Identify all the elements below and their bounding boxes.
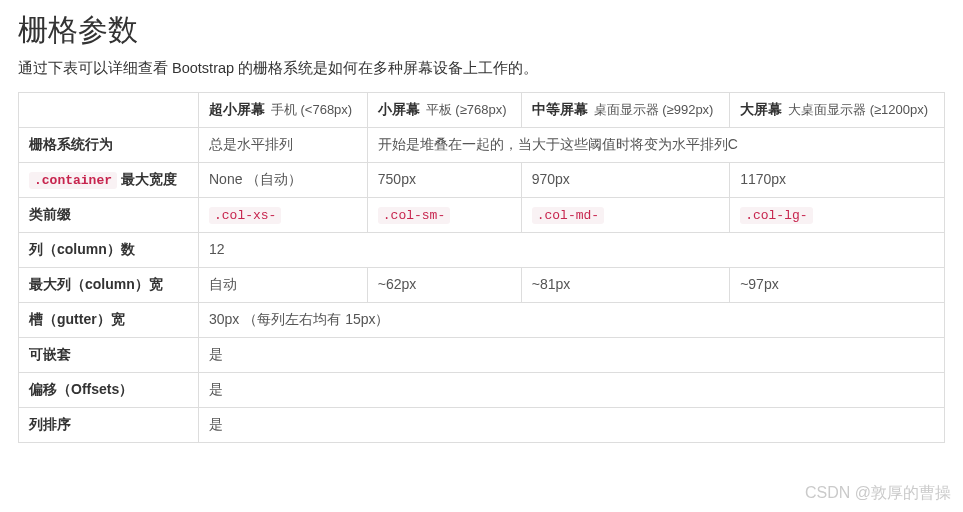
grid-params-table: 超小屏幕 手机 (<768px) 小屏幕 平板 (≥768px) 中等屏幕 桌面… [18,92,945,443]
row-cols: 列（column）数 12 [19,233,945,268]
header-md-sub: 桌面显示器 (≥992px) [594,102,714,117]
row-ordering-label: 列排序 [19,408,199,443]
table-header-row: 超小屏幕 手机 (<768px) 小屏幕 平板 (≥768px) 中等屏幕 桌面… [19,93,945,128]
row-behavior-label: 栅格系统行为 [19,128,199,163]
row-prefix-xs: .col-xs- [199,198,368,233]
prefix-sm-code: .col-sm- [378,207,450,224]
row-maxwidth-xs: None （自动） [199,163,368,198]
row-gutter-label: 槽（gutter）宽 [19,303,199,338]
header-md: 中等屏幕 桌面显示器 (≥992px) [521,93,729,128]
row-gutter-value: 30px （每列左右均有 15px） [199,303,945,338]
row-cols-label: 列（column）数 [19,233,199,268]
header-empty [19,93,199,128]
row-colwidth-xs: 自动 [199,268,368,303]
header-xs: 超小屏幕 手机 (<768px) [199,93,368,128]
row-behavior-xs: 总是水平排列 [199,128,368,163]
row-maxwidth-lg: 1170px [730,163,945,198]
row-ordering: 列排序 是 [19,408,945,443]
row-prefix-sm: .col-sm- [367,198,521,233]
prefix-md-code: .col-md- [532,207,604,224]
row-nestable: 可嵌套 是 [19,338,945,373]
header-xs-title: 超小屏幕 [209,101,265,117]
container-code: .container [29,172,117,189]
prefix-xs-code: .col-xs- [209,207,281,224]
row-behavior-rest: 开始是堆叠在一起的，当大于这些阈值时将变为水平排列C [367,128,944,163]
row-cols-value: 12 [199,233,945,268]
row-prefix-label: 类前缀 [19,198,199,233]
row-colwidth: 最大列（column）宽 自动 ~62px ~81px ~97px [19,268,945,303]
row-maxwidth-sm: 750px [367,163,521,198]
row-maxwidth: .container 最大宽度 None （自动） 750px 970px 11… [19,163,945,198]
row-prefix: 类前缀 .col-xs- .col-sm- .col-md- .col-lg- [19,198,945,233]
page-lead: 通过下表可以详细查看 Bootstrap 的栅格系统是如何在多种屏幕设备上工作的… [18,59,945,78]
header-sm-sub: 平板 (≥768px) [426,102,507,117]
row-nestable-value: 是 [199,338,945,373]
row-maxwidth-label: .container 最大宽度 [19,163,199,198]
row-behavior: 栅格系统行为 总是水平排列 开始是堆叠在一起的，当大于这些阈值时将变为水平排列C [19,128,945,163]
row-prefix-lg: .col-lg- [730,198,945,233]
row-gutter: 槽（gutter）宽 30px （每列左右均有 15px） [19,303,945,338]
row-colwidth-label: 最大列（column）宽 [19,268,199,303]
row-ordering-value: 是 [199,408,945,443]
header-xs-sub: 手机 (<768px) [271,102,352,117]
row-maxwidth-md: 970px [521,163,729,198]
row-maxwidth-label-text: 最大宽度 [117,171,177,187]
header-md-title: 中等屏幕 [532,101,588,117]
row-colwidth-md: ~81px [521,268,729,303]
header-sm: 小屏幕 平板 (≥768px) [367,93,521,128]
row-offsets-label: 偏移（Offsets） [19,373,199,408]
header-lg: 大屏幕 大桌面显示器 (≥1200px) [730,93,945,128]
row-colwidth-lg: ~97px [730,268,945,303]
row-prefix-md: .col-md- [521,198,729,233]
row-nestable-label: 可嵌套 [19,338,199,373]
row-offsets: 偏移（Offsets） 是 [19,373,945,408]
header-lg-sub: 大桌面显示器 (≥1200px) [788,102,928,117]
header-lg-title: 大屏幕 [740,101,782,117]
row-offsets-value: 是 [199,373,945,408]
page-heading: 栅格参数 [18,10,945,51]
prefix-lg-code: .col-lg- [740,207,812,224]
row-colwidth-sm: ~62px [367,268,521,303]
header-sm-title: 小屏幕 [378,101,420,117]
